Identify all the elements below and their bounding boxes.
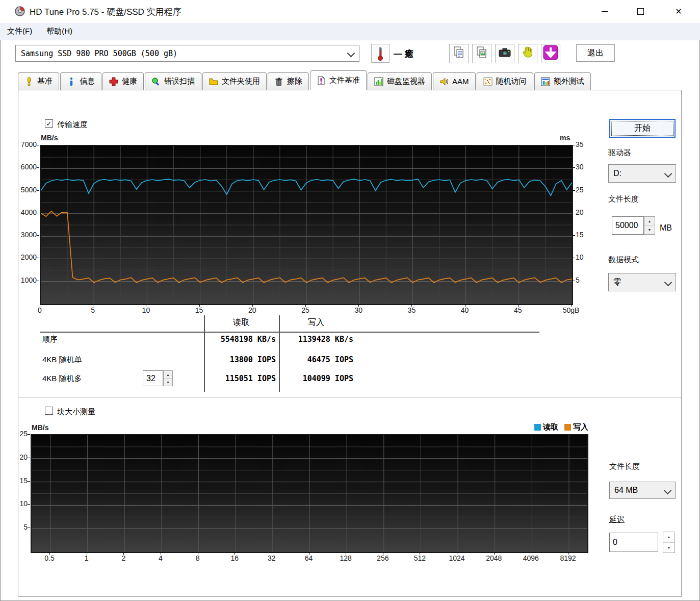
axis-tick: [531, 552, 531, 555]
row-label: 4KB 随机多: [42, 374, 82, 384]
download-button[interactable]: [541, 44, 560, 63]
write-legend-label: 写入: [573, 422, 588, 432]
chart1-ytick: 4000: [14, 208, 37, 216]
drive-dropdown[interactable]: D:: [608, 164, 676, 183]
data-mode-label: 数据模式: [608, 255, 639, 265]
file-benchmark-icon: [317, 76, 326, 85]
tab-擦除[interactable]: 擦除: [268, 72, 309, 90]
chart1-xtick: 40: [450, 306, 480, 314]
menu-help[interactable]: 帮助(H): [39, 23, 80, 40]
chart2-xtick: 512: [404, 554, 435, 562]
read-value: 5548198 KB/s: [189, 335, 276, 344]
chart1-xtick: 30: [343, 306, 374, 314]
tab-基准[interactable]: 基准: [18, 72, 59, 90]
tab-额外测试[interactable]: 额外测试: [534, 72, 591, 90]
chart1-ytick: 3000: [14, 231, 37, 239]
drive-label: 驱动器: [608, 148, 631, 158]
tab-随机访问[interactable]: 随机访问: [477, 72, 533, 90]
axis-tick: [494, 552, 495, 555]
chart2-xtick: 2: [108, 554, 139, 562]
copy-text-icon: [453, 46, 465, 61]
block-size-checkbox[interactable]: ✓: [45, 407, 53, 415]
transfer-rate-label: 传输速度: [57, 120, 88, 130]
file-length-input[interactable]: 50000: [612, 216, 644, 235]
axis-tick: [93, 304, 93, 307]
copy-text-button[interactable]: [449, 44, 469, 63]
drive-select-combobox[interactable]: Samsung SSD 980 PRO 500GB (500 gB): [15, 45, 359, 62]
axis-tick: [37, 258, 39, 258]
axis-tick: [28, 504, 30, 505]
read-value: 13800 IOPS: [189, 355, 276, 364]
block-size-chart: [31, 434, 588, 553]
minimize-button[interactable]: [589, 0, 620, 23]
tab-label: 额外测试: [554, 77, 584, 86]
spinner-down-icon[interactable]: ▼: [663, 543, 675, 553]
chart1-y2tick: 10: [576, 253, 596, 261]
exit-button[interactable]: 退出: [576, 44, 615, 62]
data-mode-dropdown[interactable]: 零: [608, 273, 676, 291]
row-label: 4KB 随机单: [42, 355, 82, 365]
camera-button[interactable]: [495, 44, 514, 63]
menu-file[interactable]: 文件(F): [0, 23, 39, 40]
maximize-button[interactable]: [625, 0, 656, 23]
chart2-xtick: 8: [183, 554, 213, 562]
chart1-y2-unit: ms: [560, 134, 570, 142]
download-icon: [543, 45, 558, 62]
spinner-up-icon[interactable]: ▲: [644, 217, 655, 226]
axis-tick: [123, 552, 124, 555]
spinner-down-icon[interactable]: ▼: [644, 226, 655, 235]
tab-AAM[interactable]: AAM: [433, 72, 476, 90]
chart1-xtick: 45: [503, 306, 533, 314]
axis-tick: [518, 304, 518, 307]
random-access-icon: [483, 77, 492, 86]
axis-tick: [37, 213, 39, 213]
chart2-y-unit: MB/s: [32, 423, 48, 432]
transfer-rate-checkbox[interactable]: ✓: [45, 119, 53, 128]
axis-tick: [383, 552, 383, 555]
block-file-length-dropdown[interactable]: 64 MB: [609, 482, 676, 499]
tab-文件夹使用[interactable]: 文件夹使用: [202, 72, 267, 90]
block-size-chart-canvas: [32, 435, 587, 552]
chart1-xtick: 20: [237, 306, 268, 314]
delay-input[interactable]: 0: [609, 533, 658, 552]
tab-strip: 基准信息健康错误扫描文件夹使用擦除文件基准磁盘监视器AAM随机访问额外测试: [18, 72, 592, 90]
close-button[interactable]: ✕: [663, 0, 694, 23]
title-bar: HD Tune Pro 5.75 - 硬盘/SSD 实用程序 ✕: [0, 0, 700, 23]
hand-button[interactable]: [518, 44, 537, 63]
tab-文件基准[interactable]: 文件基准: [310, 70, 367, 90]
file-length-unit: MB: [660, 223, 672, 233]
tab-磁盘监视器[interactable]: 磁盘监视器: [368, 72, 432, 90]
window-title: HD Tune Pro 5.75 - 硬盘/SSD 实用程序: [30, 6, 182, 18]
chart1-ytick: 2000: [14, 253, 37, 261]
temperature-button[interactable]: [371, 44, 390, 63]
tab-健康[interactable]: 健康: [102, 72, 144, 90]
column-header-read: 读取: [205, 317, 277, 328]
tab-label: 信息: [80, 77, 95, 86]
row-label: 顺序: [42, 335, 58, 344]
axis-tick: [49, 552, 50, 555]
tab-信息[interactable]: 信息: [60, 72, 101, 90]
copy-image-button[interactable]: [472, 44, 491, 63]
chart2-xtick: 128: [330, 554, 361, 562]
spinner-up-icon[interactable]: ▲: [663, 532, 675, 543]
chart2-ytick: 15: [10, 477, 28, 485]
axis-tick: [40, 304, 40, 307]
aam-icon: [439, 77, 449, 86]
temperature-readout: — 癒: [394, 48, 413, 60]
disk-monitor-icon: [374, 77, 383, 86]
chart2-xtick: 4: [145, 554, 176, 562]
axis-tick: [305, 304, 306, 307]
erase-icon: [274, 77, 283, 86]
chart2-ytick: 5: [10, 523, 28, 531]
tab-错误扫描[interactable]: 错误扫描: [145, 72, 201, 90]
spinner-up-icon[interactable]: ▲: [164, 371, 172, 379]
spinner-down-icon[interactable]: ▼: [164, 379, 172, 386]
chart2-xtick: 32: [256, 554, 287, 562]
chart2-xtick: 1024: [442, 554, 472, 562]
axis-tick: [465, 304, 465, 307]
axis-tick: [252, 304, 253, 307]
chart1-xtick: 5: [77, 306, 108, 314]
axis-tick: [573, 213, 575, 213]
start-button[interactable]: 开始: [609, 119, 676, 138]
queue-depth-input[interactable]: 32: [143, 370, 163, 386]
